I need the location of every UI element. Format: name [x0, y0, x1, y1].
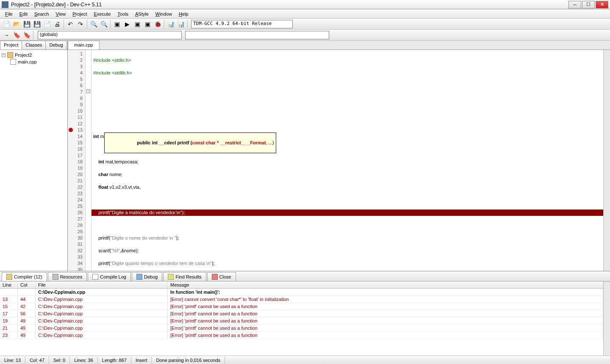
menu-bar: File Edit Search View Project Execute To…	[0, 9, 610, 19]
output-panel: Compiler (12) Resources Compile Log Debu…	[0, 271, 610, 356]
editor-panel: main.cpp 123 456 789 101112 131415 16171…	[68, 41, 610, 271]
close-icon	[212, 274, 218, 280]
tab-resources[interactable]: Resources	[48, 272, 87, 281]
new-file-icon[interactable]: 📄	[2, 19, 11, 29]
profile-icon[interactable]: 📊	[166, 19, 175, 29]
compiler-messages[interactable]: Line Col File Message C:\Dev-Cpp\main.cp…	[0, 281, 603, 356]
member-select[interactable]	[185, 31, 329, 39]
tab-close[interactable]: Close	[207, 272, 236, 281]
rebuild-icon[interactable]: ▣	[143, 19, 152, 29]
scope-select[interactable]: (globals)	[38, 31, 182, 39]
project-panel: Project Classes Debug − Project2 main.cp…	[0, 41, 68, 271]
tab-compile-log[interactable]: Compile Log	[88, 272, 131, 281]
project-name: Project2	[15, 52, 32, 58]
tree-project-root[interactable]: − Project2	[2, 52, 66, 58]
compile-run-icon[interactable]: ▣	[133, 19, 142, 29]
msg-file: C:\Dev-Cpp\main.cpp	[36, 289, 168, 295]
msg-file: C:\Dev-Cpp\main.cpp	[36, 325, 168, 331]
header-col[interactable]: Col	[18, 281, 36, 288]
message-row[interactable]: 1949C:\Dev-Cpp\main.cpp[Error] 'printf' …	[0, 317, 603, 325]
message-row[interactable]: 1756C:\Dev-Cpp\main.cpp[Error] 'printf' …	[0, 310, 603, 317]
msg-file: C:\Dev-Cpp\main.cpp	[36, 317, 168, 324]
delete-profile-icon[interactable]: 📊	[176, 19, 186, 29]
status-col: Col: 47	[25, 357, 49, 364]
left-tab-bar: Project Classes Debug	[0, 41, 67, 50]
menu-astyle[interactable]: AStyle	[132, 11, 152, 17]
header-file[interactable]: File	[36, 281, 168, 288]
maximize-button[interactable]: ☐	[582, 1, 595, 8]
editor-tab-bar: main.cpp	[68, 41, 610, 50]
msg-text: [Error] 'printf' cannot be used as a fun…	[168, 317, 603, 324]
toolbar-separator	[187, 20, 188, 28]
msg-file: C:\Dev-Cpp\main.cpp	[36, 310, 168, 317]
bookmark-icon[interactable]: 🔖	[12, 30, 21, 40]
menu-help[interactable]: Help	[175, 11, 192, 17]
close-file-icon[interactable]: 📄	[42, 19, 52, 29]
message-row[interactable]: 1344C:\Dev-Cpp\main.cpp[Error] cannot co…	[0, 296, 603, 303]
editor-tab[interactable]: main.cpp	[68, 41, 100, 50]
menu-file[interactable]: File	[2, 11, 16, 17]
tab-debug[interactable]: Debug	[132, 272, 162, 281]
menu-edit[interactable]: Edit	[16, 11, 31, 17]
tree-file-item[interactable]: main.cpp	[10, 58, 66, 65]
toolbar-separator	[33, 31, 33, 39]
goto-bookmark-icon[interactable]: 🔖	[22, 30, 31, 40]
tab-compiler[interactable]: Compiler (12)	[2, 272, 47, 281]
save-icon[interactable]: 💾	[22, 19, 31, 29]
msg-file: C:\Dev-Cpp\main.cpp	[36, 296, 168, 303]
parameter-tooltip: public int __cdecl printf (const char * …	[104, 132, 276, 153]
code-editor[interactable]: 123 456 789 101112 131415 161718 192021 …	[68, 50, 610, 271]
collapse-icon[interactable]: −	[2, 53, 6, 57]
messages-header: Line Col File Message	[0, 281, 603, 289]
redo-icon[interactable]: ↷	[76, 19, 85, 29]
file-icon	[10, 59, 16, 65]
menu-window[interactable]: Window	[152, 11, 175, 17]
tab-project[interactable]: Project	[0, 41, 22, 50]
msg-line: 17	[0, 310, 18, 317]
msg-line: 21	[0, 325, 18, 331]
tab-find-results[interactable]: Find Results	[163, 272, 206, 281]
msg-file: C:\Dev-Cpp\main.cpp	[36, 332, 168, 339]
header-line[interactable]: Line	[0, 281, 18, 288]
header-message[interactable]: Message	[168, 281, 603, 288]
close-button[interactable]: ✕	[596, 1, 608, 8]
tab-debug[interactable]: Debug	[45, 41, 67, 50]
editor-scrollbar[interactable]	[603, 50, 610, 271]
msg-text: [Error] 'printf' cannot be used as a fun…	[168, 303, 603, 310]
print-icon[interactable]: 🖨	[53, 19, 62, 29]
toolbar-separator	[64, 20, 64, 28]
undo-icon[interactable]: ↶	[66, 19, 75, 29]
menu-view[interactable]: View	[53, 11, 69, 17]
status-length: Length: 867	[98, 357, 131, 364]
debug-icon[interactable]: 🐞	[153, 19, 162, 29]
menu-project[interactable]: Project	[69, 11, 90, 17]
open-icon[interactable]: 📂	[12, 19, 21, 29]
goto-icon[interactable]: →	[2, 30, 11, 40]
compiler-select[interactable]: TDM-GCC 4.9.2 64-bit Release	[191, 20, 293, 28]
status-done: Done parsing in 0,016 seconds	[152, 357, 225, 364]
menu-execute[interactable]: Execute	[91, 11, 114, 17]
message-row[interactable]: 2349C:\Dev-Cpp\main.cpp[Error] 'printf' …	[0, 332, 603, 339]
compile-icon[interactable]: ▣	[112, 19, 122, 29]
msg-text: In function 'int main()':	[168, 289, 603, 295]
minimize-button[interactable]: ─	[568, 1, 581, 8]
messages-scrollbar[interactable]	[603, 281, 610, 356]
menu-search[interactable]: Search	[31, 11, 53, 17]
message-row[interactable]: C:\Dev-Cpp\main.cppIn function 'int main…	[0, 289, 603, 296]
tab-classes[interactable]: Classes	[22, 41, 46, 50]
replace-icon[interactable]: 🔍	[99, 19, 108, 29]
fold-icon[interactable]: −	[86, 89, 90, 93]
msg-line: 19	[0, 317, 18, 324]
code-area[interactable]: #include <stdio.h> #include <stdlib.h> i…	[92, 50, 603, 271]
save-all-icon[interactable]: 💾	[32, 19, 42, 29]
main-area: Project Classes Debug − Project2 main.cp…	[0, 41, 610, 271]
run-icon[interactable]: ▶	[122, 19, 132, 29]
find-icon[interactable]: 🔍	[89, 19, 98, 29]
message-row[interactable]: 2149C:\Dev-Cpp\main.cpp[Error] 'printf' …	[0, 325, 603, 332]
msg-line	[0, 289, 18, 295]
project-tree[interactable]: − Project2 main.cpp	[0, 50, 67, 271]
msg-col: 56	[18, 310, 36, 317]
message-row[interactable]: 1542C:\Dev-Cpp\main.cpp[Error] 'printf' …	[0, 303, 603, 310]
compiler-icon	[6, 274, 12, 280]
menu-tools[interactable]: Tools	[114, 11, 132, 17]
